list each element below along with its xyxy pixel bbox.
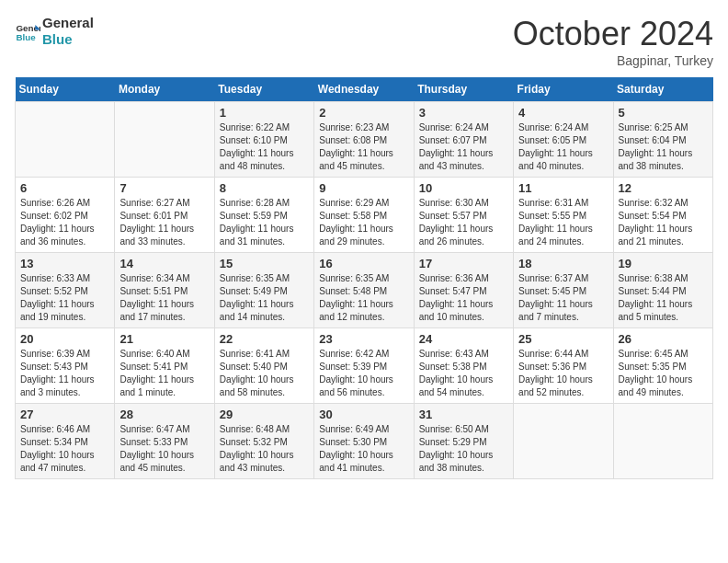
calendar-cell: 7Sunrise: 6:27 AMSunset: 6:01 PMDaylight… <box>115 178 214 253</box>
day-info: Sunrise: 6:35 AMSunset: 5:48 PMDaylight:… <box>319 272 408 324</box>
calendar-cell: 22Sunrise: 6:41 AMSunset: 5:40 PMDayligh… <box>214 328 313 404</box>
day-number: 14 <box>119 257 209 270</box>
day-number: 4 <box>518 106 608 120</box>
day-info: Sunrise: 6:30 AMSunset: 5:57 PMDaylight:… <box>419 197 508 248</box>
day-info: Sunrise: 6:38 AMSunset: 5:44 PMDaylight:… <box>619 272 708 324</box>
calendar-cell: 6Sunrise: 6:26 AMSunset: 6:02 PMDaylight… <box>16 178 115 253</box>
calendar-cell <box>613 404 712 479</box>
calendar-cell <box>16 102 115 178</box>
day-number: 31 <box>419 408 508 421</box>
day-info: Sunrise: 6:43 AMSunset: 5:38 PMDaylight:… <box>419 348 508 399</box>
day-info: Sunrise: 6:45 AMSunset: 5:35 PMDaylight:… <box>619 348 708 399</box>
day-number: 3 <box>419 106 508 120</box>
day-info: Sunrise: 6:34 AMSunset: 5:51 PMDaylight:… <box>119 272 209 324</box>
logo-line1: General <box>42 15 94 31</box>
calendar-cell: 1Sunrise: 6:22 AMSunset: 6:10 PMDaylight… <box>214 102 313 178</box>
calendar-cell: 24Sunrise: 6:43 AMSunset: 5:38 PMDayligh… <box>414 328 513 404</box>
calendar-cell: 30Sunrise: 6:49 AMSunset: 5:30 PMDayligh… <box>314 404 414 479</box>
day-number: 15 <box>220 257 309 270</box>
calendar-cell: 15Sunrise: 6:35 AMSunset: 5:49 PMDayligh… <box>214 253 313 328</box>
day-info: Sunrise: 6:41 AMSunset: 5:40 PMDaylight:… <box>220 348 309 399</box>
day-number: 29 <box>220 408 309 421</box>
day-number: 2 <box>319 106 408 120</box>
calendar-cell: 11Sunrise: 6:31 AMSunset: 5:55 PMDayligh… <box>514 178 613 253</box>
day-number: 1 <box>220 106 309 120</box>
calendar-cell: 17Sunrise: 6:36 AMSunset: 5:47 PMDayligh… <box>414 253 513 328</box>
day-info: Sunrise: 6:31 AMSunset: 5:55 PMDaylight:… <box>518 197 608 248</box>
calendar-cell: 28Sunrise: 6:47 AMSunset: 5:33 PMDayligh… <box>115 404 214 479</box>
day-number: 24 <box>419 332 508 346</box>
calendar-cell: 21Sunrise: 6:40 AMSunset: 5:41 PMDayligh… <box>115 328 214 404</box>
month-title: October 2024 <box>513 15 713 53</box>
week-row-3: 13Sunrise: 6:33 AMSunset: 5:52 PMDayligh… <box>16 253 713 328</box>
day-info: Sunrise: 6:37 AMSunset: 5:45 PMDaylight:… <box>518 272 608 324</box>
calendar-cell: 13Sunrise: 6:33 AMSunset: 5:52 PMDayligh… <box>16 253 115 328</box>
day-number: 8 <box>220 181 309 195</box>
day-info: Sunrise: 6:32 AMSunset: 5:54 PMDaylight:… <box>619 197 708 248</box>
calendar-cell: 19Sunrise: 6:38 AMSunset: 5:44 PMDayligh… <box>613 253 712 328</box>
calendar-cell: 12Sunrise: 6:32 AMSunset: 5:54 PMDayligh… <box>613 178 712 253</box>
day-info: Sunrise: 6:24 AMSunset: 6:05 PMDaylight:… <box>518 121 608 173</box>
day-info: Sunrise: 6:46 AMSunset: 5:34 PMDaylight:… <box>20 423 109 475</box>
calendar-cell: 14Sunrise: 6:34 AMSunset: 5:51 PMDayligh… <box>115 253 214 328</box>
calendar-cell: 23Sunrise: 6:42 AMSunset: 5:39 PMDayligh… <box>314 328 414 404</box>
calendar-cell: 29Sunrise: 6:48 AMSunset: 5:32 PMDayligh… <box>214 404 313 479</box>
day-header-wednesday: Wednesday <box>314 77 414 102</box>
calendar-cell: 16Sunrise: 6:35 AMSunset: 5:48 PMDayligh… <box>314 253 414 328</box>
days-header-row: SundayMondayTuesdayWednesdayThursdayFrid… <box>16 77 713 102</box>
logo-line2: Blue <box>42 31 94 48</box>
calendar-cell: 5Sunrise: 6:25 AMSunset: 6:04 PMDaylight… <box>613 102 712 178</box>
day-header-friday: Friday <box>514 77 613 102</box>
logo: General Blue General Blue <box>15 15 94 48</box>
day-number: 18 <box>518 257 608 270</box>
calendar-cell: 3Sunrise: 6:24 AMSunset: 6:07 PMDaylight… <box>414 102 513 178</box>
week-row-4: 20Sunrise: 6:39 AMSunset: 5:43 PMDayligh… <box>16 328 713 404</box>
day-number: 16 <box>319 257 408 270</box>
day-number: 20 <box>20 332 109 346</box>
day-number: 28 <box>119 408 209 421</box>
day-number: 10 <box>419 181 508 195</box>
day-info: Sunrise: 6:33 AMSunset: 5:52 PMDaylight:… <box>20 272 109 324</box>
day-number: 9 <box>319 181 408 195</box>
calendar-cell: 10Sunrise: 6:30 AMSunset: 5:57 PMDayligh… <box>414 178 513 253</box>
calendar-cell: 25Sunrise: 6:44 AMSunset: 5:36 PMDayligh… <box>514 328 613 404</box>
calendar-cell: 4Sunrise: 6:24 AMSunset: 6:05 PMDaylight… <box>514 102 613 178</box>
logo-icon: General Blue <box>15 18 40 44</box>
title-block: October 2024 Bagpinar, Turkey <box>513 15 713 68</box>
day-header-tuesday: Tuesday <box>214 77 313 102</box>
day-info: Sunrise: 6:39 AMSunset: 5:43 PMDaylight:… <box>20 348 109 399</box>
day-number: 23 <box>319 332 408 346</box>
calendar-cell: 20Sunrise: 6:39 AMSunset: 5:43 PMDayligh… <box>16 328 115 404</box>
day-info: Sunrise: 6:24 AMSunset: 6:07 PMDaylight:… <box>419 121 508 173</box>
day-number: 6 <box>20 181 109 195</box>
day-info: Sunrise: 6:28 AMSunset: 5:59 PMDaylight:… <box>220 197 309 248</box>
day-number: 21 <box>119 332 209 346</box>
calendar-table: SundayMondayTuesdayWednesdayThursdayFrid… <box>15 77 713 479</box>
day-header-saturday: Saturday <box>613 77 712 102</box>
week-row-1: 1Sunrise: 6:22 AMSunset: 6:10 PMDaylight… <box>16 102 713 178</box>
day-number: 17 <box>419 257 508 270</box>
day-info: Sunrise: 6:26 AMSunset: 6:02 PMDaylight:… <box>20 197 109 248</box>
week-row-5: 27Sunrise: 6:46 AMSunset: 5:34 PMDayligh… <box>16 404 713 479</box>
day-header-sunday: Sunday <box>16 77 115 102</box>
day-info: Sunrise: 6:50 AMSunset: 5:29 PMDaylight:… <box>419 423 508 475</box>
svg-text:Blue: Blue <box>16 32 36 42</box>
calendar-cell: 31Sunrise: 6:50 AMSunset: 5:29 PMDayligh… <box>414 404 513 479</box>
day-number: 5 <box>619 106 708 120</box>
day-number: 7 <box>119 181 209 195</box>
day-info: Sunrise: 6:29 AMSunset: 5:58 PMDaylight:… <box>319 197 408 248</box>
week-row-2: 6Sunrise: 6:26 AMSunset: 6:02 PMDaylight… <box>16 178 713 253</box>
calendar-cell <box>115 102 214 178</box>
day-number: 25 <box>518 332 608 346</box>
day-number: 12 <box>619 181 708 195</box>
day-info: Sunrise: 6:44 AMSunset: 5:36 PMDaylight:… <box>518 348 608 399</box>
day-info: Sunrise: 6:36 AMSunset: 5:47 PMDaylight:… <box>419 272 508 324</box>
calendar-cell: 27Sunrise: 6:46 AMSunset: 5:34 PMDayligh… <box>16 404 115 479</box>
day-number: 13 <box>20 257 109 270</box>
day-number: 19 <box>619 257 708 270</box>
day-info: Sunrise: 6:40 AMSunset: 5:41 PMDaylight:… <box>119 348 209 399</box>
day-info: Sunrise: 6:48 AMSunset: 5:32 PMDaylight:… <box>220 423 309 475</box>
day-number: 22 <box>220 332 309 346</box>
calendar-cell: 2Sunrise: 6:23 AMSunset: 6:08 PMDaylight… <box>314 102 414 178</box>
day-info: Sunrise: 6:42 AMSunset: 5:39 PMDaylight:… <box>319 348 408 399</box>
